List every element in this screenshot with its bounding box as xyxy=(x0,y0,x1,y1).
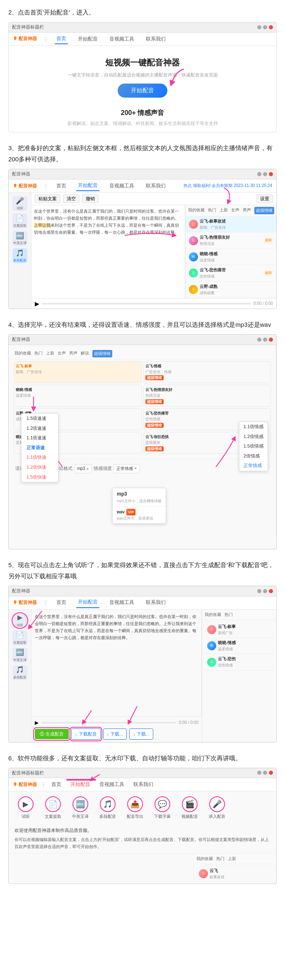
play-btn[interactable]: ▶ xyxy=(35,300,39,307)
s6-min-btn[interactable] xyxy=(257,771,261,775)
emotion-dropdown[interactable]: 1.1倍情感 1.2倍情感 1.5倍情感 2倍情感 正常情感 xyxy=(239,422,268,471)
sidebar-record[interactable]: 🎤 试听 xyxy=(12,196,27,211)
vp-tab-new[interactable]: 上新 xyxy=(220,207,228,214)
s3-max-btn[interactable] xyxy=(263,172,267,176)
s5-nav-contact[interactable]: 联系我们 xyxy=(144,598,167,607)
s4-tab-hot[interactable]: 热门 xyxy=(34,350,43,357)
toolbar-paste[interactable]: 粘贴文案 xyxy=(35,194,60,203)
s3-nav-home[interactable]: 首页 xyxy=(55,181,68,191)
download-sub-btn1[interactable]: ↓ 下载... xyxy=(103,728,127,740)
emotion-1.1[interactable]: 1.1倍情感 xyxy=(239,422,268,432)
emotion-select[interactable]: 正常情感 ▼ xyxy=(114,464,140,473)
s6-vmn-new[interactable]: 上新 xyxy=(228,855,236,862)
s3-nav-tools[interactable]: 音视频工具 xyxy=(108,181,136,191)
s6-max-btn[interactable] xyxy=(263,771,267,775)
voice-item-1[interactable]: 云 云飞-叙事故述 新闻、广告宣传 xyxy=(186,216,276,232)
speed-dropdown[interactable]: 1.5倍速速 1.2倍速速 1.1倍速速 正常语速 1.1倍快速 1.2倍快速 … xyxy=(21,413,58,482)
icon-circle-export[interactable]: 📤 xyxy=(127,796,143,812)
emotion-normal[interactable]: 正常情感 xyxy=(239,461,268,471)
close-btn[interactable] xyxy=(269,25,273,29)
s6-nav-tools[interactable]: 音视频工具 xyxy=(98,780,126,789)
s5-nav-start[interactable]: 开始配音 xyxy=(76,597,99,608)
format-select[interactable]: mp3 ▲ xyxy=(74,464,92,473)
sidebar-multi[interactable]: 🎵 多段配音 xyxy=(12,248,27,263)
s4-voice-1[interactable]: 云飞-叙事 新闻、广告宣传 xyxy=(14,361,142,383)
icon-circle-record[interactable]: 🎤 xyxy=(209,796,225,812)
s5-vp-tab-fav[interactable]: 我的收藏 xyxy=(205,611,221,618)
nav-start[interactable]: 开始配音 xyxy=(76,34,99,44)
s5-play-btn[interactable]: ▶ xyxy=(35,720,39,726)
s6-close-btn[interactable] xyxy=(269,771,273,775)
s3-min-btn[interactable] xyxy=(257,172,261,176)
emotion-2[interactable]: 2倍情感 xyxy=(239,451,268,461)
icon-circle-extract[interactable]: 📄 xyxy=(45,796,61,812)
voice-item-3[interactable]: 晓 晓晓-情感 温柔情感 xyxy=(186,249,276,265)
s3-nav-contact[interactable]: 联系我们 xyxy=(144,181,167,191)
voice-item-5[interactable]: 云 云野-成熟 成熟稳重 xyxy=(186,282,276,298)
toolbar-clear[interactable]: 清空 xyxy=(63,194,80,203)
vp-tab-favorites[interactable]: 我的收藏 xyxy=(188,207,205,214)
nav-home[interactable]: 首页 xyxy=(55,34,68,44)
sidebar-extract[interactable]: 📄 文案提取 xyxy=(12,213,27,228)
sidebar-translate[interactable]: 🔤 中英互译 xyxy=(12,231,27,246)
emotion-1.2[interactable]: 1.2倍情感 xyxy=(239,432,268,442)
s5-vp-tab-hot[interactable]: 热门 xyxy=(225,611,233,618)
s3-nav-start[interactable]: 开始配音 xyxy=(76,181,99,191)
s4-tab-emotion[interactable]: 超级情绪 xyxy=(92,350,112,357)
s5-voice-2[interactable]: 晓 晓晓-情感 温柔情感 xyxy=(204,638,275,654)
s5-max-btn[interactable] xyxy=(263,589,267,593)
download-audio-btn[interactable]: ↓ 下载配音 xyxy=(71,728,101,740)
speed-1.1slow[interactable]: 1.1倍速速 xyxy=(22,433,58,443)
vp-tab-emotion[interactable]: 超级情绪 xyxy=(254,207,274,214)
s4-tab-favorites[interactable]: 我的收藏 xyxy=(14,350,31,357)
icon-circle-video[interactable]: 🎬 xyxy=(182,796,198,812)
toolbar-settings[interactable]: 设置 xyxy=(256,194,273,203)
format-wav[interactable]: wav VIP wav文件大，音质更佳 xyxy=(113,507,166,524)
speed-1.1fast[interactable]: 1.1倍快速 xyxy=(22,453,58,462)
vp-tab-male[interactable]: 男声 xyxy=(243,207,251,214)
speed-1.2slow[interactable]: 1.2倍速速 xyxy=(22,424,58,434)
speed-normal[interactable]: 正常语速 xyxy=(22,443,58,453)
start-dubbing-btn[interactable]: 开始配音 xyxy=(118,84,167,98)
generate-btn[interactable]: ⑤ 生成配音 xyxy=(35,729,69,739)
s4-tab-male[interactable]: 男声 xyxy=(69,350,77,357)
s5-voice-3[interactable]: 云 云飞-悲伤 悲伤情感 xyxy=(204,654,275,670)
icon-circle-multi[interactable]: 🎵 xyxy=(100,796,116,812)
s4-tab-female[interactable]: 女声 xyxy=(58,350,66,357)
voice-item-2[interactable]: 云 云飞-热情朋友好 热情活泼 超级 xyxy=(186,232,276,249)
emotion-1.5[interactable]: 1.5倍情感 xyxy=(239,441,268,451)
vp-tab-female[interactable]: 女声 xyxy=(231,207,239,214)
s4-voice-3[interactable]: 晓晓-情感 温柔情感 xyxy=(14,385,142,407)
s4-min-btn[interactable] xyxy=(257,338,261,342)
s6-vmn-hot[interactable]: 热门 xyxy=(216,855,225,862)
maximize-btn[interactable] xyxy=(263,25,267,29)
s6-nav-start[interactable]: 开始配音 xyxy=(69,781,92,788)
minimize-btn[interactable] xyxy=(257,25,261,29)
s5-progress-bar[interactable] xyxy=(41,722,176,724)
s4-max-btn[interactable] xyxy=(263,338,267,342)
icon-circle-translate[interactable]: 🔤 xyxy=(72,796,88,812)
nav-tools[interactable]: 音视频工具 xyxy=(108,34,136,44)
s6-vmi-1[interactable]: 云 云飞 叙事故述 xyxy=(196,866,275,882)
progress-bar[interactable] xyxy=(42,303,251,304)
s4-voice-2[interactable]: 云飞-情感 广告宣传、情感 超级情绪 xyxy=(143,361,271,383)
s6-nav-home[interactable]: 首页 xyxy=(50,780,63,789)
s5-sidebar-translate[interactable]: 🔤 中英互译 xyxy=(12,648,27,663)
s5-voice-1[interactable]: 云 云飞-叙事 新闻广告 xyxy=(204,622,275,638)
s5-min-btn[interactable] xyxy=(257,589,261,593)
step3-text-panel[interactable]: 在这个世界里，没有什么是真正属于我们的，我们只是时间的过客。也许在某一时刻，你会… xyxy=(31,205,185,298)
speed-1.5slow[interactable]: 1.5倍速速 xyxy=(22,414,58,424)
icon-circle-play[interactable]: ▶ xyxy=(18,796,34,812)
format-dropdown[interactable]: mp3 mp3文件小，适合网络传输 wav VIP wav文件大，音质更佳 xyxy=(112,488,166,524)
s4-tab-explain[interactable]: 解说 xyxy=(81,350,89,357)
s5-close-btn[interactable] xyxy=(269,589,273,593)
s4-tab-new[interactable]: 上新 xyxy=(46,350,54,357)
s5-sidebar-play[interactable]: ▶ 试听 xyxy=(12,613,27,628)
nav-contact[interactable]: 联系我们 xyxy=(144,34,167,44)
s5-nav-home[interactable]: 首页 xyxy=(55,598,68,607)
speed-1.5fast[interactable]: 1.5倍快速 xyxy=(22,472,58,482)
download-sub-btn2[interactable]: ↓ 下载... xyxy=(129,728,153,740)
icon-circle-subtitle[interactable]: 💬 xyxy=(155,796,170,812)
s5-sidebar-multi[interactable]: 🎵 多段配音 xyxy=(12,665,27,680)
speed-1.2fast[interactable]: 1.2倍快速 xyxy=(22,462,58,472)
